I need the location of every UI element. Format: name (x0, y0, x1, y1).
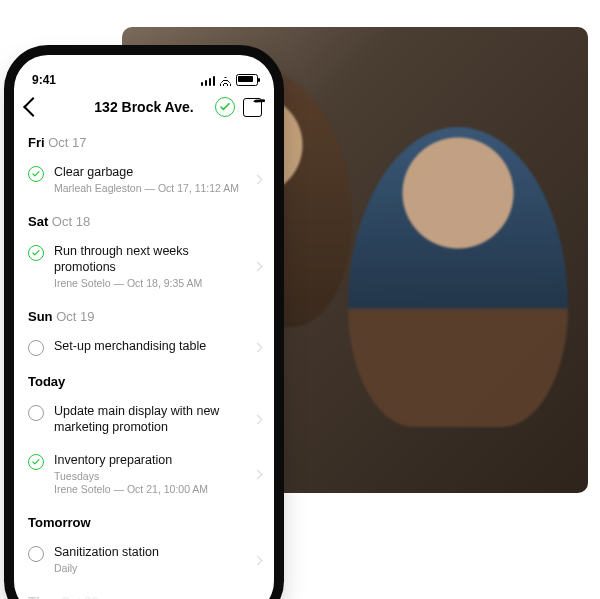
section-day: Fri (28, 135, 45, 150)
task-row[interactable]: Update main display with new marketing p… (14, 395, 274, 444)
task-meta: Irene Sotelo — Oct 18, 9:35 AM (54, 277, 244, 291)
section-header: Sat Oct 18 (14, 204, 274, 235)
empty-circle-icon (28, 546, 44, 562)
section-day: Thur (28, 594, 57, 599)
section-header: Thur Oct 23 (14, 584, 274, 599)
section-day: Sat (28, 214, 48, 229)
section-header: Sun Oct 19 (14, 299, 274, 330)
wifi-icon (219, 76, 232, 86)
complete-all-button[interactable] (215, 97, 235, 117)
chevron-right-icon (254, 344, 264, 351)
section-date: Oct 17 (45, 135, 87, 150)
empty-circle-icon (28, 340, 44, 356)
phone-frame: 9:41 132 Brock Ave. Fri Oct 17Clear garb… (14, 55, 274, 599)
status-icons (201, 74, 259, 87)
section-date: Oct 18 (48, 214, 90, 229)
task-body: Set-up merchandising table (54, 338, 244, 354)
section-header: Tomorrow (14, 505, 274, 536)
section-header: Today (14, 364, 274, 395)
empty-circle-icon (28, 405, 44, 421)
section-date: Oct 19 (53, 309, 95, 324)
status-toggle[interactable] (28, 245, 44, 261)
section-day: Sun (28, 309, 53, 324)
check-circle-icon (28, 454, 44, 470)
task-row[interactable]: Inventory preparationTuesdaysIrene Sotel… (14, 444, 274, 506)
task-row[interactable]: Set-up merchandising table (14, 330, 274, 364)
task-meta: Daily (54, 562, 244, 576)
chevron-right-icon (254, 471, 264, 478)
chevron-right-icon (254, 176, 264, 183)
task-row[interactable]: Run through next weeks promotionsIrene S… (14, 235, 274, 299)
task-row[interactable]: Sanitization stationDaily (14, 536, 274, 584)
status-toggle[interactable] (28, 340, 44, 356)
task-title: Update main display with new marketing p… (54, 403, 244, 436)
task-meta: Marleah Eagleston — Oct 17, 11:12 AM (54, 182, 244, 196)
task-row[interactable]: Clear garbageMarleah Eagleston — Oct 17,… (14, 156, 274, 204)
task-body: Update main display with new marketing p… (54, 403, 244, 436)
chevron-right-icon (254, 416, 264, 423)
status-time: 9:41 (32, 73, 56, 87)
back-button[interactable] (23, 97, 43, 117)
status-toggle[interactable] (28, 405, 44, 421)
task-meta: TuesdaysIrene Sotelo — Oct 21, 10:00 AM (54, 470, 244, 497)
task-title: Clear garbage (54, 164, 244, 180)
check-icon (220, 103, 230, 111)
section-day: Tomorrow (28, 515, 91, 530)
task-title: Run through next weeks promotions (54, 243, 244, 276)
status-bar: 9:41 (14, 55, 274, 89)
task-body: Clear garbageMarleah Eagleston — Oct 17,… (54, 164, 244, 196)
task-title: Sanitization station (54, 544, 244, 560)
task-list[interactable]: Fri Oct 17Clear garbageMarleah Eagleston… (14, 125, 274, 599)
status-toggle[interactable] (28, 546, 44, 562)
status-toggle[interactable] (28, 454, 44, 470)
task-title: Inventory preparation (54, 452, 244, 468)
status-toggle[interactable] (28, 166, 44, 182)
chevron-right-icon (254, 557, 264, 564)
check-circle-icon (28, 245, 44, 261)
task-body: Inventory preparationTuesdaysIrene Sotel… (54, 452, 244, 498)
task-title: Set-up merchandising table (54, 338, 244, 354)
task-body: Run through next weeks promotionsIrene S… (54, 243, 244, 291)
section-date: Oct 23 (57, 594, 99, 599)
nav-bar: 132 Brock Ave. (14, 89, 274, 125)
battery-icon (236, 74, 258, 86)
cellular-icon (201, 76, 216, 86)
compose-button[interactable] (243, 98, 262, 117)
section-day: Today (28, 374, 65, 389)
chevron-right-icon (254, 263, 264, 270)
section-header: Fri Oct 17 (14, 125, 274, 156)
check-circle-icon (28, 166, 44, 182)
task-body: Sanitization stationDaily (54, 544, 244, 576)
